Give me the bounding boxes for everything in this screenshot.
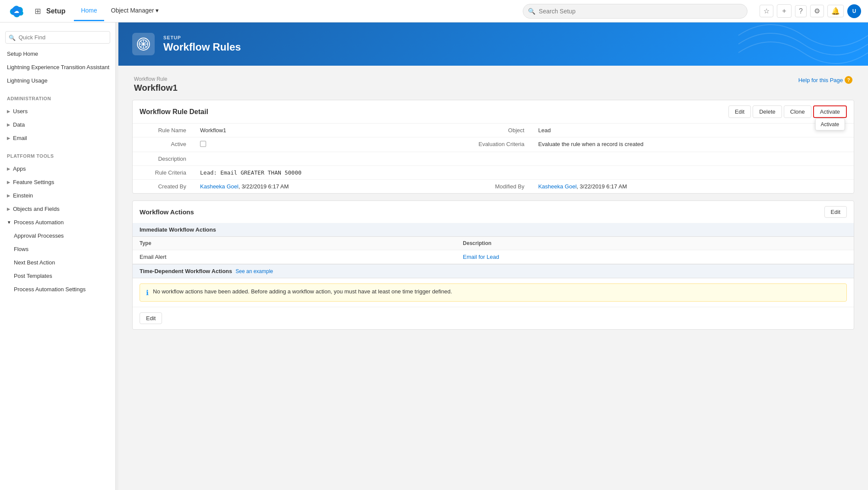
notifications-button[interactable]: 🔔: [827, 5, 844, 17]
sidebar: 🔍 Setup Home Lightning Experience Transi…: [0, 22, 116, 490]
list-item: Email Alert Email for Lead: [133, 250, 854, 264]
sidebar-item-lightning-usage[interactable]: Lightning Usage: [0, 74, 115, 87]
detail-card-title: Workflow Rule Detail: [140, 108, 208, 116]
content-body: Workflow Rule Workflow1 Help for this Pa…: [118, 66, 868, 347]
sidebar-item-objects-and-fields[interactable]: ▶ Objects and Fields: [0, 202, 115, 216]
help-circle-icon: ?: [845, 76, 852, 84]
tab-home[interactable]: Home: [74, 1, 104, 21]
delete-button[interactable]: Delete: [753, 105, 782, 118]
grid-icon[interactable]: ⊞: [35, 6, 41, 16]
chevron-right-icon: ▶: [7, 122, 10, 127]
tab-object-manager[interactable]: Object Manager ▾: [104, 1, 166, 21]
chevron-right-icon: ▶: [7, 193, 10, 198]
action-description-link[interactable]: Email for Lead: [463, 254, 499, 260]
description-label: Description: [133, 152, 193, 166]
description-column-header: Description: [456, 237, 854, 250]
rule-name-value: Workflow1: [193, 124, 471, 137]
sidebar-item-lightning-experience[interactable]: Lightning Experience Transition Assistan…: [0, 60, 115, 74]
sidebar-item-post-templates[interactable]: Post Templates: [0, 269, 115, 283]
workflow-actions-edit-button[interactable]: Edit: [824, 206, 847, 218]
info-icon: ℹ: [146, 289, 149, 297]
sidebar-item-process-automation[interactable]: ▼ Process Automation: [0, 216, 115, 229]
sidebar-search-input[interactable]: [5, 31, 110, 44]
modified-by-link[interactable]: Kasheeka Goel: [538, 183, 577, 190]
chevron-down-icon: ▾: [156, 7, 159, 14]
activate-button[interactable]: Activate: [813, 105, 847, 118]
sidebar-section-platform-tools: PLATFORM TOOLS: [0, 150, 115, 162]
type-column-header: Type: [133, 237, 456, 250]
page-header-text: SETUP Workflow Rules: [163, 35, 241, 53]
sidebar-item-data[interactable]: ▶ Data: [0, 118, 115, 131]
rule-criteria-value: Lead: Email GREATER THAN 50000: [193, 166, 854, 180]
top-navigation: ☁ ⊞ Setup Home Object Manager ▾ 🔍 ☆ ＋ ? …: [0, 0, 868, 22]
active-checkbox[interactable]: [200, 141, 206, 147]
workflow-actions-header: Workflow Actions Edit: [133, 201, 854, 223]
breadcrumb-info: Workflow Rule Workflow1: [134, 76, 178, 93]
content-area: SETUP Workflow Rules Workflow Rule Workf…: [118, 22, 868, 490]
active-value: [193, 137, 471, 152]
active-label: Active: [133, 137, 193, 152]
chevron-right-icon: ▶: [7, 180, 10, 185]
top-nav-actions: ☆ ＋ ? ⚙ 🔔 U: [760, 4, 861, 18]
object-value: Lead: [531, 124, 854, 137]
nav-tabs: Home Object Manager ▾: [74, 1, 165, 21]
rule-name-label: Rule Name: [133, 124, 193, 137]
page-title: Workflow Rules: [163, 41, 241, 53]
workflow-rule-detail-card: Workflow Rule Detail Edit Delete Clone A…: [132, 100, 854, 194]
time-dependent-title: Time-Dependent Workflow Actions: [140, 268, 232, 274]
sidebar-search-area: 🔍: [0, 28, 115, 47]
sidebar-search-icon: 🔍: [9, 34, 16, 41]
info-box: ℹ No workflow actions have been added. B…: [140, 283, 847, 302]
created-by-link[interactable]: Kasheeka Goel: [200, 183, 238, 190]
sidebar-item-einstein[interactable]: ▶ Einstein: [0, 189, 115, 202]
detail-card-header: Workflow Rule Detail Edit Delete Clone A…: [133, 100, 854, 124]
sidebar-item-apps[interactable]: ▶ Apps: [0, 162, 115, 175]
see-example-link[interactable]: See an example: [235, 268, 273, 274]
edit-button[interactable]: Edit: [728, 105, 751, 118]
sidebar-item-process-automation-settings[interactable]: Process Automation Settings: [0, 283, 115, 296]
global-search: 🔍: [523, 4, 747, 19]
workflow-actions-title: Workflow Actions: [140, 208, 194, 216]
object-label: Object: [471, 124, 531, 137]
time-dependent-actions-header: Time-Dependent Workflow Actions See an e…: [133, 264, 854, 278]
add-button[interactable]: ＋: [777, 4, 792, 18]
svg-text:☁: ☁: [14, 8, 19, 14]
settings-button[interactable]: ⚙: [810, 5, 824, 17]
main-layout: 🔍 Setup Home Lightning Experience Transi…: [0, 22, 868, 490]
table-row: Created By Kasheeka Goel, 3/22/2019 6:17…: [133, 180, 854, 194]
rule-criteria-label: Rule Criteria: [133, 166, 193, 180]
sidebar-item-users[interactable]: ▶ Users: [0, 105, 115, 118]
help-button[interactable]: ?: [795, 5, 807, 17]
salesforce-logo[interactable]: ☁: [7, 2, 26, 21]
bottom-edit-bar: Edit: [133, 307, 854, 329]
sidebar-item-feature-settings[interactable]: ▶ Feature Settings: [0, 175, 115, 189]
info-message: No workflow actions have been added. Bef…: [153, 288, 452, 295]
table-row: Rule Name Workflow1 Object Lead: [133, 124, 854, 137]
search-icon: 🔍: [528, 8, 535, 15]
table-row: Active Evaluation Criteria Evaluate the …: [133, 137, 854, 152]
clone-button[interactable]: Clone: [784, 105, 811, 118]
sidebar-item-setup-home[interactable]: Setup Home: [0, 47, 115, 60]
sidebar-item-next-best-action[interactable]: Next Best Action: [0, 256, 115, 269]
activate-tooltip: Activate: [815, 118, 845, 130]
chevron-down-icon: ▼: [7, 220, 11, 225]
search-input[interactable]: [523, 4, 747, 19]
sidebar-item-flows[interactable]: Flows: [0, 242, 115, 256]
bottom-edit-button[interactable]: Edit: [140, 312, 162, 324]
help-link[interactable]: Help for this Page ?: [798, 76, 852, 84]
chevron-right-icon: ▶: [7, 166, 10, 171]
sidebar-item-approval-processes[interactable]: Approval Processes: [0, 229, 115, 242]
sidebar-item-email[interactable]: ▶ Email: [0, 131, 115, 145]
avatar[interactable]: U: [847, 4, 861, 18]
favorites-button[interactable]: ☆: [760, 5, 773, 17]
workflow-detail-table: Rule Name Workflow1 Object Lead Active E…: [133, 124, 854, 193]
table-header-row: Type Description: [133, 237, 854, 250]
table-row: Description: [133, 152, 854, 166]
breadcrumb-area: Workflow Rule Workflow1 Help for this Pa…: [132, 76, 854, 93]
action-type: Email Alert: [133, 250, 456, 264]
created-by-label: Created By: [133, 180, 193, 194]
activate-tooltip-wrapper: Activate Activate: [813, 105, 847, 118]
modified-by-label: Modified By: [471, 180, 531, 194]
evaluation-criteria-value: Evaluate the rule when a record is creat…: [531, 137, 854, 152]
immediate-actions-header: Immediate Workflow Actions: [133, 223, 854, 237]
